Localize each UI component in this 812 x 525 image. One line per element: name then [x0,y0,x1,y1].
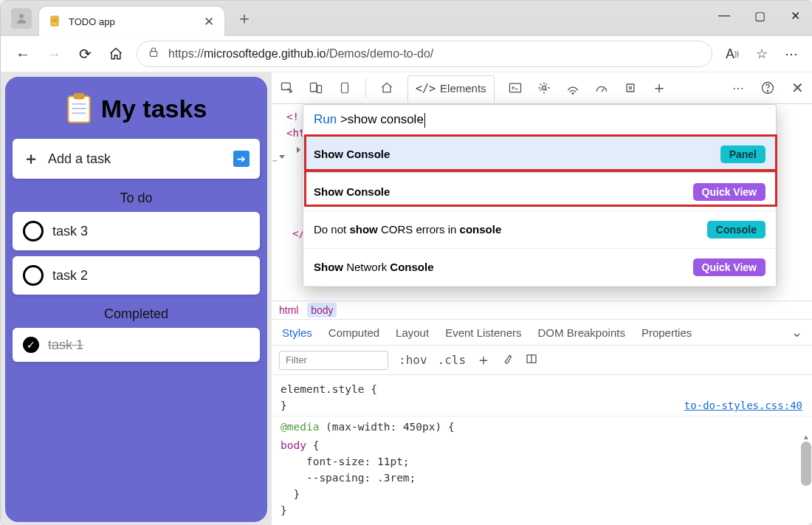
svg-rect-11 [282,83,291,89]
command-input[interactable]: Run >show console [303,105,776,136]
computed-panel-icon[interactable] [525,352,538,368]
command-item[interactable]: Do not show CORS errors in consoleConsol… [303,211,776,249]
tab-dom-breakpoints[interactable]: DOM Breakpoints [538,326,625,339]
browser-tab[interactable]: TODO app ✕ [39,7,224,36]
console-tab-icon[interactable] [507,80,523,96]
svg-rect-3 [52,20,57,21]
svg-rect-5 [150,52,156,57]
refresh-button[interactable]: ⟳ [75,44,95,64]
svg-rect-4 [52,21,57,22]
svg-rect-7 [73,93,84,99]
url-prefix: https:// [168,47,204,61]
tab-layout[interactable]: Layout [396,326,429,339]
sources-icon[interactable] [536,80,552,96]
devtools-toolbar: </> Elements ＋ ⋯ ✕ [272,72,812,104]
add-task-placeholder: Add a task [48,151,224,167]
source-link[interactable]: to-do-styles.css:40 [684,397,802,414]
welcome-icon[interactable] [379,80,395,96]
task-checked-icon[interactable]: ✓ [23,337,39,353]
dom-gutter[interactable]: ⋯ [272,153,288,169]
command-menu: Run >show console Show ConsolePanelShow … [303,104,777,287]
task-checkbox-icon[interactable] [23,221,44,241]
task-label: task 3 [52,224,88,239]
minimize-button[interactable]: ― [706,1,742,30]
command-item[interactable]: Show ConsolePanel [303,136,776,174]
close-devtools-icon[interactable]: ✕ [789,80,805,96]
task-checkbox-icon[interactable] [23,265,44,286]
browser-toolbar: ← → ⟳ https:// microsoftedge.github.io /… [1,36,812,72]
styles-toolbar: :hov .cls ＋ [272,346,812,375]
new-tab-button[interactable]: ＋ [236,7,252,30]
task-label: task 1 [48,337,83,353]
forward-button: → [44,44,64,64]
svg-point-21 [767,91,768,92]
add-panel-icon[interactable]: ＋ [651,80,667,96]
styles-filter-input[interactable] [279,351,388,370]
maximize-button[interactable]: ▢ [742,1,777,30]
inspect-icon[interactable] [279,80,295,96]
svg-rect-2 [52,18,57,19]
new-rule-icon[interactable]: ＋ [476,350,491,370]
cls-toggle[interactable]: .cls [438,353,467,367]
favorite-icon[interactable]: ☆ [752,44,771,64]
svg-point-19 [629,86,631,89]
device-icon[interactable] [337,80,353,96]
hov-toggle[interactable]: :hov [399,353,427,367]
task-row[interactable]: task 2 [13,256,260,295]
breadcrumb[interactable]: html body [272,301,812,320]
svg-point-16 [542,86,546,90]
address-bar[interactable]: https:// microsoftedge.github.io /Demos/… [137,41,712,67]
tab-properties[interactable]: Properties [641,326,692,339]
profile-avatar[interactable] [11,8,32,29]
clipboard-icon [66,93,92,124]
tab-computed[interactable]: Computed [328,326,379,339]
url-host: microsoftedge.github.io [204,47,326,61]
lock-icon [148,47,159,61]
svg-point-17 [572,93,574,95]
tab-title: TODO app [69,16,115,27]
network-icon[interactable] [565,80,581,96]
svg-rect-13 [317,86,322,93]
device-toggle-icon[interactable] [308,80,324,96]
read-aloud-icon[interactable]: A)) [723,44,742,64]
chevron-down-icon[interactable]: ⌄ [791,324,802,340]
task-row-completed[interactable]: ✓ task 1 [13,328,260,362]
submit-arrow-icon[interactable]: ➔ [233,151,250,167]
app-header: My tasks [13,93,260,124]
command-badge: Quick View [693,183,765,201]
close-tab-icon[interactable]: ✕ [204,14,214,30]
svg-rect-1 [51,16,58,26]
settings-menu-icon[interactable]: ⋯ [782,44,801,64]
home-button[interactable] [106,44,126,64]
scroll-up-arrow[interactable]: ▲ [802,433,810,441]
tab-styles[interactable]: Styles [282,326,312,339]
tab-elements[interactable]: </> Elements [407,75,495,103]
favicon [49,16,61,27]
svg-rect-18 [627,84,634,92]
task-label: task 2 [52,268,88,284]
code-icon: </> [416,82,436,95]
more-tools-icon[interactable]: ⋯ [730,80,746,96]
todo-app: My tasks ＋ Add a task ➔ To do task 3 tas… [5,77,267,522]
brush-icon[interactable] [501,352,515,368]
command-badge: Quick View [693,258,765,276]
command-badge: Panel [720,145,765,163]
command-item[interactable]: Show ConsoleQuick View [303,174,776,211]
help-icon[interactable] [760,80,776,96]
task-row[interactable]: task 3 [13,212,260,250]
tab-event-listeners[interactable]: Event Listeners [445,326,521,339]
back-button[interactable]: ← [13,44,33,64]
memory-icon[interactable] [622,80,639,96]
svg-rect-14 [342,83,348,93]
css-rules-pane[interactable]: element.style { } @media (max-width: 450… [272,375,812,524]
add-task-input[interactable]: ＋ Add a task ➔ [13,139,260,179]
close-window-button[interactable]: ✕ [777,1,812,30]
plus-icon: ＋ [23,148,39,170]
svg-point-0 [19,14,24,18]
svg-rect-15 [509,83,520,92]
url-path: /Demos/demo-to-do/ [326,47,433,61]
command-item[interactable]: Show Network ConsoleQuick View [303,249,776,286]
browser-window: TODO app ✕ ＋ ― ▢ ✕ ← → ⟳ https:// micros… [0,0,812,525]
performance-icon[interactable] [593,80,610,96]
scrollbar-thumb[interactable] [801,442,811,486]
